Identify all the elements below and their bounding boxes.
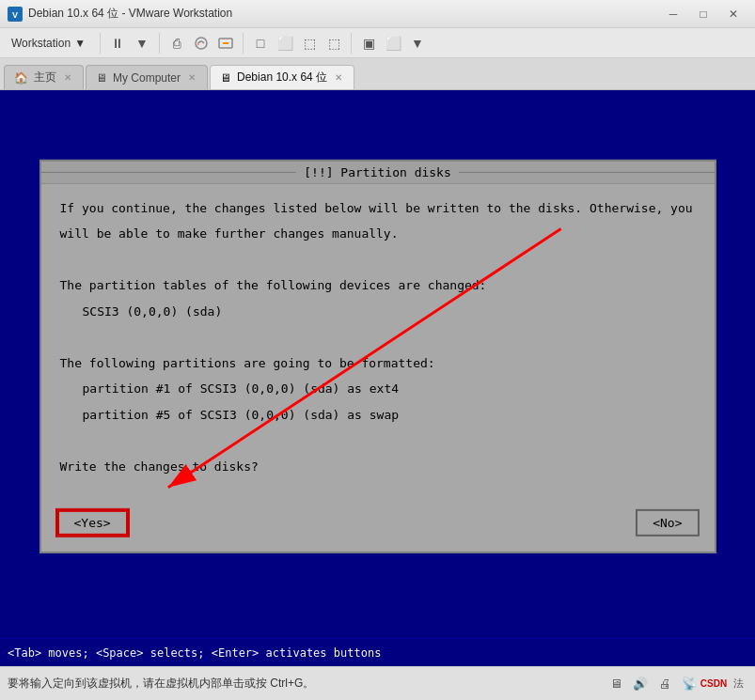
tab-debian[interactable]: 🖥 Debian 10.x 64 位 ✕ [210, 65, 354, 89]
close-button[interactable]: ✕ [719, 5, 747, 23]
dialog-line8: partition #1 of SCSI3 (0,0,0) (sda) as e… [60, 380, 696, 398]
titlebar-left: V Debian 10.x 64 位 - VMware Workstation [8, 6, 232, 22]
dialog-content: If you continue, the changes listed belo… [41, 183, 715, 498]
tab-debian-close[interactable]: ✕ [333, 71, 344, 84]
dialog-line11: Write the changes to disks? [60, 457, 696, 475]
toolbar-separator-1 [100, 33, 101, 54]
dialog-line10 [60, 431, 696, 450]
pause-dropdown-icon[interactable]: ▼ [132, 33, 152, 54]
partition-dialog: [!!] Partition disks If you continue, th… [39, 159, 716, 553]
pause-icon[interactable]: ⏸ [107, 33, 128, 54]
view-dropdown-icon[interactable]: ▼ [407, 33, 428, 54]
dialog-line2: will be able to make further changes man… [60, 225, 696, 242]
vm-status-text: <Tab> moves; <Space> selects; <Enter> ac… [8, 646, 381, 660]
debian-icon: 🖥 [220, 71, 231, 85]
dialog-line5: SCSI3 (0,0,0) (sda) [60, 302, 696, 320]
vm-window-icon[interactable]: □ [250, 33, 271, 54]
dialog-buttons: <Yes> <No> [41, 498, 715, 552]
bottombar: 要将输入定向到该虚拟机，请在虚拟机内部单击或按 Ctrl+G。 🖥 🔊 🖨 📡 … [0, 666, 755, 700]
tab-mycomputer[interactable]: 🖥 My Computer ✕ [86, 65, 208, 89]
input-method-icon[interactable]: 法 [729, 675, 747, 693]
tab-home-close[interactable]: ✕ [62, 71, 73, 84]
vm-status-bar: <Tab> moves; <Space> selects; <Enter> ac… [0, 638, 755, 666]
dialog-title: [!!] Partition disks [41, 161, 715, 183]
bottombar-message: 要将输入定向到该虚拟机，请在虚拟机内部单击或按 Ctrl+G。 [8, 676, 314, 692]
toolbar-separator-3 [243, 33, 244, 54]
title-line-right [459, 171, 715, 172]
csdn-icon[interactable]: CSDN [704, 675, 723, 693]
console-icon[interactable]: ▣ [358, 33, 379, 54]
minimize-button[interactable]: ─ [659, 5, 687, 23]
titlebar: V Debian 10.x 64 位 - VMware Workstation … [0, 0, 755, 28]
workstation-label: Workstation [11, 37, 71, 50]
snapshot-icon[interactable]: ⎙ [166, 33, 187, 54]
tabbar: 🏠 主页 ✕ 🖥 My Computer ✕ 🖥 Debian 10.x 64 … [0, 58, 755, 90]
vm-devices-icon[interactable]: 🖥 [606, 675, 625, 693]
revert-icon[interactable] [191, 33, 212, 54]
no-button[interactable]: <No> [636, 509, 699, 537]
yes-button[interactable]: <Yes> [56, 509, 129, 537]
dialog-line6 [60, 328, 696, 347]
view-icon[interactable]: ⬜ [383, 33, 403, 54]
title-line-left [41, 171, 297, 172]
vmware-icon: V [8, 7, 23, 22]
svg-text:V: V [12, 10, 18, 20]
tab-debian-label: Debian 10.x 64 位 [237, 70, 327, 86]
tab-home-label: 主页 [34, 70, 56, 86]
tab-home[interactable]: 🏠 主页 ✕ [4, 65, 84, 89]
dialog-line1: If you continue, the changes listed belo… [60, 198, 696, 217]
unity2-icon[interactable]: ⬚ [323, 33, 344, 54]
audio-icon[interactable]: 🔊 [631, 675, 650, 693]
tab-mycomputer-close[interactable]: ✕ [186, 71, 197, 84]
dialog-line9: partition #5 of SCSI3 (0,0,0) (sda) as s… [60, 405, 696, 424]
fullscreen-icon[interactable]: ⬜ [275, 33, 295, 54]
toolbar-separator-4 [351, 33, 352, 54]
settings-icon[interactable] [215, 33, 236, 54]
dialog-line3 [60, 250, 696, 269]
tab-mycomputer-label: My Computer [113, 71, 181, 85]
unity-icon[interactable]: ⬚ [299, 33, 320, 54]
home-icon: 🏠 [14, 71, 28, 85]
bottombar-icons: 🖥 🔊 🖨 📡 CSDN 法 [606, 675, 747, 693]
dropdown-arrow-icon: ▼ [74, 37, 86, 50]
workstation-menu[interactable]: Workstation ▼ [4, 33, 93, 54]
vm-display[interactable]: [!!] Partition disks If you continue, th… [0, 90, 755, 638]
computer-icon: 🖥 [96, 71, 107, 85]
dialog-title-text: [!!] Partition disks [304, 164, 451, 179]
toolbar-separator-2 [159, 33, 160, 54]
dialog-line4: The partition tables of the following de… [60, 276, 696, 295]
network-icon[interactable]: 📡 [680, 675, 699, 693]
menubar: Workstation ▼ ⏸ ▼ ⎙ □ ⬜ ⬚ ⬚ ▣ ⬜ ▼ [0, 28, 755, 58]
titlebar-controls: ─ □ ✕ [659, 5, 747, 23]
window-title: Debian 10.x 64 位 - VMware Workstation [28, 6, 232, 22]
svg-point-2 [196, 38, 207, 49]
maximize-button[interactable]: □ [689, 5, 717, 23]
printer-icon[interactable]: 🖨 [655, 675, 674, 693]
dialog-line7: The following partitions are going to be… [60, 353, 696, 372]
